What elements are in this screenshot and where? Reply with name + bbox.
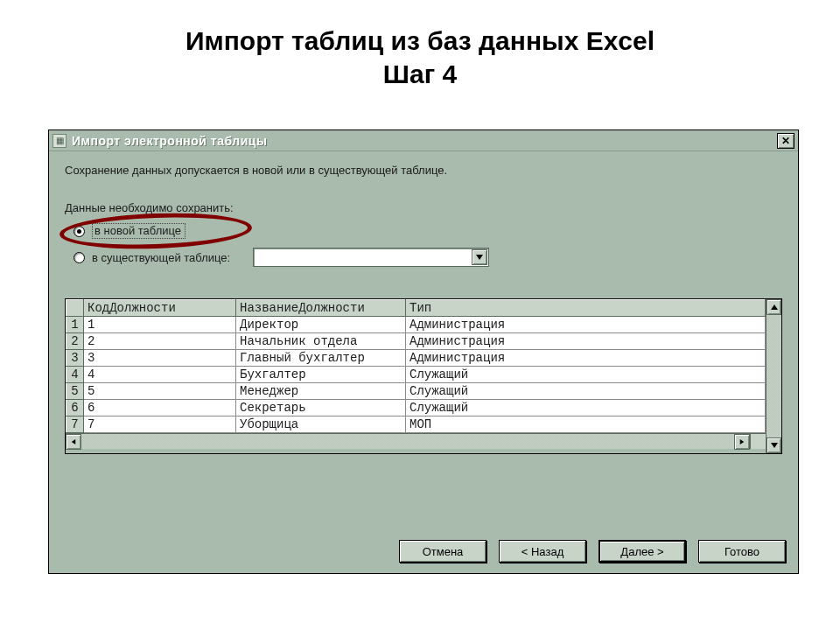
cell: МОП [406, 416, 766, 433]
vertical-scrollbar[interactable] [766, 299, 781, 453]
cell: 3 [84, 350, 236, 367]
v-scroll-track[interactable] [766, 315, 781, 438]
row-number: 1 [66, 317, 84, 333]
svg-marker-1 [72, 439, 76, 444]
cell: Уборщица [236, 416, 406, 433]
cell: 6 [84, 400, 236, 416]
scroll-up-button[interactable] [766, 299, 781, 315]
table-row[interactable]: 55МенеджерСлужащий [66, 383, 766, 400]
cell: Служащий [406, 400, 766, 416]
cell: Секретарь [236, 400, 406, 416]
row-number: 5 [66, 383, 84, 400]
cell: Директор [236, 317, 406, 333]
cell: Служащий [406, 383, 766, 400]
table-row[interactable]: 77УборщицаМОП [66, 416, 766, 433]
triangle-down-icon [771, 443, 778, 448]
table-row[interactable]: 66СекретарьСлужащий [66, 400, 766, 416]
radio-existing-table[interactable] [74, 252, 85, 263]
window-close-button[interactable]: ✕ [777, 133, 794, 149]
row-number: 2 [66, 333, 84, 350]
scroll-left-button[interactable] [66, 434, 81, 450]
col-header-1[interactable]: НазваниеДолжности [236, 300, 406, 317]
cell: Менеджер [236, 383, 406, 400]
cell: 2 [84, 333, 236, 350]
cell: Служащий [406, 367, 766, 383]
row-number: 3 [66, 350, 84, 367]
dialog-titlebar: ▦ Импорт электронной таблицы ✕ [49, 130, 798, 151]
col-header-0[interactable]: КодДолжности [84, 300, 236, 317]
svg-marker-4 [771, 443, 778, 448]
next-button[interactable]: Далее > [598, 540, 686, 563]
cell: Начальник отдела [236, 333, 406, 350]
row-number: 7 [66, 416, 84, 433]
cell: 5 [84, 383, 236, 400]
cell: Администрация [406, 333, 766, 350]
preview-grid: КодДолжности НазваниеДолжности Тип 11Дир… [65, 298, 782, 454]
back-button[interactable]: < Назад [499, 540, 586, 563]
triangle-right-icon [738, 439, 746, 444]
intro-text: Сохранение данных допускается в новой ил… [65, 164, 782, 177]
cell: Бухгалтер [236, 367, 406, 383]
slide-title: Импорт таблиц из баз данных Excel Шаг 4 [0, 0, 840, 90]
radio-new-table-label: в новой таблице [92, 223, 186, 239]
svg-marker-2 [740, 439, 745, 444]
cell: 4 [84, 367, 236, 383]
existing-table-combo[interactable] [253, 248, 489, 267]
triangle-up-icon [771, 304, 778, 310]
radio-existing-table-label: в существующей таблице: [92, 251, 230, 264]
row-number: 4 [66, 367, 84, 383]
table-row[interactable]: 11ДиректорАдминистрация [66, 317, 766, 333]
data-table: КодДолжности НазваниеДолжности Тип 11Дир… [66, 299, 766, 433]
slide-title-line2: Шаг 4 [0, 58, 840, 91]
combo-dropdown-button[interactable] [472, 249, 487, 265]
table-row[interactable]: 33Главный бухгалтерАдминистрация [66, 350, 766, 367]
rowheader-corner [66, 300, 84, 317]
triangle-left-icon [70, 439, 77, 444]
radio-existing-table-row[interactable]: в существующей таблице: [74, 248, 782, 267]
cell: Администрация [406, 317, 766, 333]
prompt-text: Данные необходимо сохранить: [65, 201, 782, 214]
scroll-right-button[interactable] [734, 434, 750, 450]
horizontal-scrollbar[interactable] [66, 433, 750, 449]
dialog-title: Импорт электронной таблицы [72, 134, 267, 148]
cell: 1 [84, 317, 236, 333]
cell: Администрация [406, 350, 766, 367]
cancel-button[interactable]: Отмена [399, 540, 486, 563]
wizard-button-row: Отмена < Назад Далее > Готово [399, 540, 786, 563]
svg-marker-3 [771, 304, 778, 310]
table-row[interactable]: 22Начальник отделаАдминистрация [66, 333, 766, 350]
slide-title-line1: Импорт таблиц из баз данных Excel [0, 24, 840, 58]
row-number: 6 [66, 400, 84, 416]
table-row[interactable]: 44БухгалтерСлужащий [66, 367, 766, 383]
chevron-down-icon [476, 255, 483, 260]
radio-new-table-row[interactable]: в новой таблице [74, 223, 782, 239]
svg-marker-0 [476, 255, 483, 260]
window-system-icon: ▦ [52, 134, 66, 148]
cell: Главный бухгалтер [236, 350, 406, 367]
scroll-down-button[interactable] [766, 438, 781, 453]
h-scroll-track[interactable] [81, 434, 734, 449]
cell: 7 [84, 416, 236, 433]
import-wizard-dialog: ▦ Импорт электронной таблицы ✕ Сохранени… [48, 130, 799, 574]
col-header-2[interactable]: Тип [406, 300, 766, 317]
radio-new-table[interactable] [74, 226, 85, 237]
scroll-corner [750, 433, 766, 449]
finish-button[interactable]: Готово [698, 540, 786, 563]
